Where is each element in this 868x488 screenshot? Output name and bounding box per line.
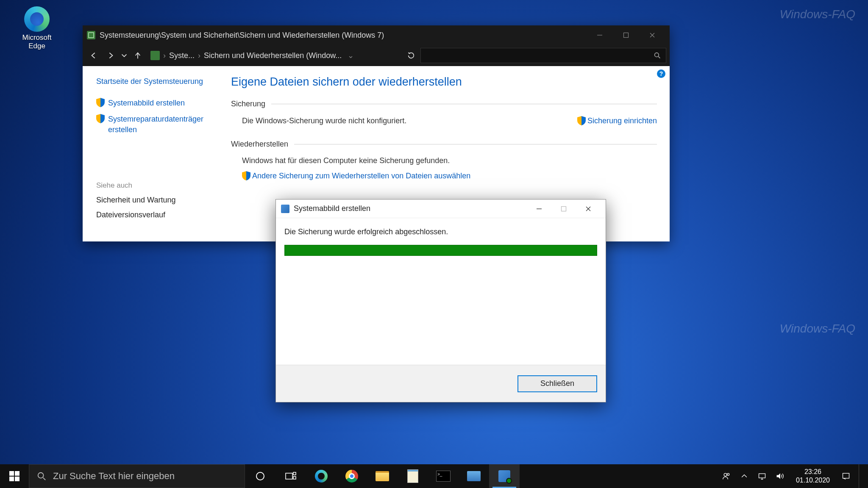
titlebar[interactable]: Systemsteuerung\System und Sicherheit\Si… <box>83 25 670 45</box>
divider <box>271 104 657 104</box>
page-heading: Eigene Dateien sichern oder wiederherste… <box>231 75 657 89</box>
svg-rect-19 <box>293 472 296 475</box>
see-also-heading: Siehe auch <box>96 181 210 190</box>
sidebar-link-create-image[interactable]: Systemabbild erstellen <box>96 98 210 108</box>
backup-path-icon <box>150 51 160 60</box>
taskbar-app-generic[interactable] <box>459 464 489 488</box>
dialog-close-action-button[interactable]: Schließen <box>517 375 597 392</box>
dialog-titlebar[interactable]: Systemabbild erstellen <box>276 200 606 218</box>
tray-chevron-up-icon[interactable] <box>739 471 749 481</box>
taskbar-app-explorer[interactable] <box>367 464 398 488</box>
network-icon[interactable] <box>757 471 767 481</box>
minimize-button[interactable] <box>587 25 613 45</box>
section-backup-heading: Sicherung <box>231 100 657 108</box>
dialog-footer: Schließen <box>276 365 606 402</box>
search-placeholder: Zur Suche Text hier eingeben <box>53 471 175 482</box>
clock[interactable]: 23:26 01.10.2020 <box>793 468 833 485</box>
taskbar-search[interactable]: Zur Suche Text hier eingeben <box>29 464 245 488</box>
shield-icon <box>96 114 105 123</box>
start-button[interactable] <box>0 464 29 488</box>
task-view-icon[interactable] <box>275 464 306 488</box>
link-label: Sicherung einrichten <box>587 116 657 125</box>
breadcrumb-root[interactable]: Syste... <box>169 51 195 60</box>
cortana-icon[interactable] <box>245 464 275 488</box>
search-input[interactable] <box>420 48 666 63</box>
up-button[interactable] <box>130 48 145 63</box>
choose-other-backup-link[interactable]: Andere Sicherung zum Wiederherstellen vo… <box>242 171 470 180</box>
show-desktop-button[interactable] <box>859 464 863 488</box>
recent-dropdown[interactable] <box>120 48 128 63</box>
svg-line-6 <box>658 56 660 58</box>
taskbar: Zur Suche Text hier eingeben >_ 23:26 01… <box>0 464 868 488</box>
chevron-down-icon[interactable]: ⌄ <box>345 51 356 60</box>
sidebar-link-repair-disc[interactable]: Systemreparaturdatenträger erstellen <box>96 114 210 135</box>
svg-rect-13 <box>9 477 14 481</box>
desktop-icon-edge[interactable]: Microsoft Edge <box>14 6 60 50</box>
see-also-security[interactable]: Sicherheit und Wartung <box>96 196 210 205</box>
system-image-dialog: Systemabbild erstellen Die Sicherung wur… <box>275 199 606 402</box>
breadcrumb[interactable]: › Syste... › Sichern und Wiederherstelle… <box>147 51 402 60</box>
dialog-close-button[interactable] <box>576 200 601 218</box>
watermark: Windows-FAQ <box>780 8 855 21</box>
sidebar-link-label: Systemabbild erstellen <box>108 98 185 108</box>
chevron-right-icon: › <box>163 51 166 60</box>
back-button[interactable] <box>86 48 101 63</box>
system-tray: 23:26 01.10.2020 <box>716 464 868 488</box>
edge-icon <box>24 6 50 32</box>
window-title: Systemsteuerung\System und Sicherheit\Si… <box>100 31 587 40</box>
refresh-button[interactable] <box>403 48 419 63</box>
search-icon <box>654 52 661 59</box>
svg-point-17 <box>256 472 264 480</box>
dialog-minimize-button[interactable] <box>527 200 551 218</box>
svg-marker-26 <box>776 473 780 479</box>
svg-point-5 <box>655 53 659 57</box>
time-text: 23:26 <box>796 468 830 476</box>
svg-rect-12 <box>15 471 19 476</box>
shield-icon <box>96 98 105 107</box>
maximize-button[interactable] <box>613 25 639 45</box>
date-text: 01.10.2020 <box>796 476 830 485</box>
setup-backup-link[interactable]: Sicherung einrichten <box>577 116 657 125</box>
sidebar-home-link[interactable]: Startseite der Systemsteuerung <box>96 77 210 86</box>
dialog-maximize-button <box>551 200 576 218</box>
svg-rect-18 <box>286 473 292 479</box>
taskbar-app-backup[interactable] <box>489 464 520 488</box>
taskbar-app-edge[interactable] <box>306 464 337 488</box>
help-icon[interactable]: ? <box>657 69 665 78</box>
taskbar-app-terminal[interactable]: >_ <box>428 464 459 488</box>
close-button[interactable] <box>639 25 665 45</box>
svg-rect-8 <box>562 206 566 211</box>
backup-status-text: Die Windows-Sicherung wurde nicht konfig… <box>242 116 406 125</box>
dialog-title: Systemabbild erstellen <box>294 204 527 213</box>
search-icon <box>37 471 46 481</box>
section-label: Wiederherstellen <box>231 140 288 149</box>
people-icon[interactable] <box>721 471 732 481</box>
progress-bar <box>284 245 597 256</box>
svg-point-22 <box>727 473 729 475</box>
link-label: Andere Sicherung zum Wiederherstellen vo… <box>252 172 470 180</box>
svg-rect-14 <box>15 477 19 481</box>
svg-line-16 <box>43 478 46 480</box>
forward-button[interactable] <box>103 48 118 63</box>
chevron-right-icon: › <box>198 51 200 60</box>
watermark: Windows-FAQ <box>780 322 855 336</box>
volume-icon[interactable] <box>775 471 785 481</box>
svg-point-15 <box>38 473 44 478</box>
shield-icon <box>242 171 250 180</box>
svg-rect-11 <box>9 471 14 476</box>
notifications-icon[interactable] <box>841 471 851 481</box>
task-icons: >_ <box>245 464 520 488</box>
section-restore-heading: Wiederherstellen <box>231 140 657 149</box>
svg-rect-23 <box>759 474 765 478</box>
section-label: Sicherung <box>231 100 265 108</box>
restore-status-text: Windows hat für diesen Computer keine Si… <box>231 156 657 165</box>
taskbar-app-chrome[interactable] <box>337 464 367 488</box>
desktop-icon-label: Microsoft Edge <box>14 33 60 50</box>
sidebar-link-label: Systemreparaturdatenträger erstellen <box>108 114 210 135</box>
breadcrumb-leaf[interactable]: Sichern und Wiederherstellen (Window... <box>204 51 342 60</box>
taskbar-app-notepad[interactable] <box>398 464 428 488</box>
see-also-filehistory[interactable]: Dateiversionsverlauf <box>96 211 210 219</box>
backup-app-icon <box>87 31 95 39</box>
svg-point-21 <box>724 473 727 476</box>
navbar: › Syste... › Sichern und Wiederherstelle… <box>83 45 670 66</box>
